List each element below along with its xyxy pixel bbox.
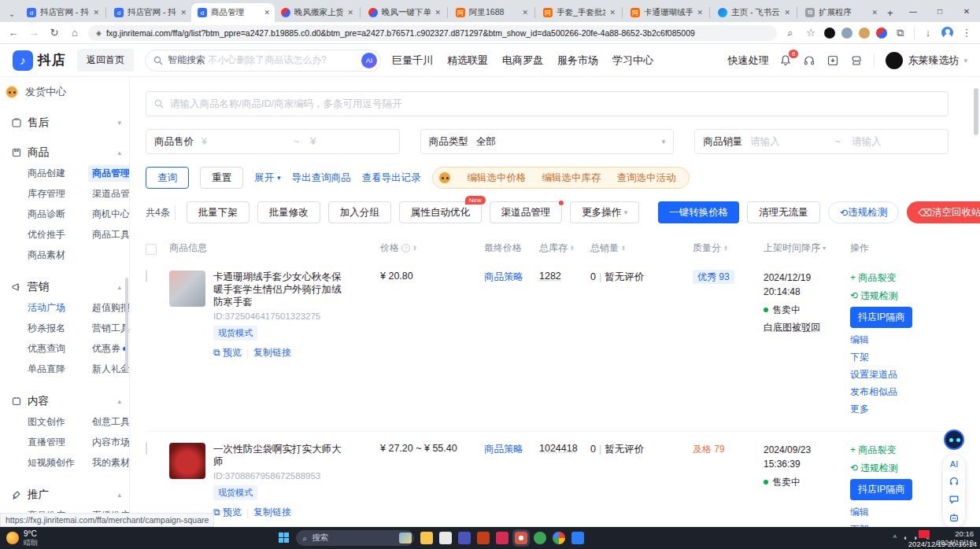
sidebar-item-fahuo[interactable]: 发货中心 <box>11 85 129 99</box>
browser-profile-avatar[interactable] <box>941 27 953 39</box>
sidebar-group-header-shangpin[interactable]: 商品 ▴ <box>11 140 129 165</box>
address-bar[interactable]: ◈ fxg.jinritemai.com/ffa/g/list?btm_ppre… <box>88 25 777 41</box>
chrome-icon[interactable] <box>553 532 565 544</box>
sidebar-group-header-tuiguang[interactable]: 推广 ▴ <box>11 482 129 507</box>
sidebar-item-stock-manage[interactable]: 库存管理 <box>28 187 65 201</box>
ai-search-icon[interactable]: AI <box>361 53 377 68</box>
storefront-icon[interactable] <box>850 54 863 67</box>
nav-xuexi[interactable]: 学习中心 <box>612 53 653 68</box>
select-all-checkbox[interactable] <box>146 244 157 255</box>
product-fission-link[interactable]: + 商品裂变 <box>850 443 933 458</box>
sidebar-item-zhibo-manage[interactable]: 直播管理 <box>28 436 65 449</box>
headset-icon[interactable] <box>803 54 815 67</box>
help-icon[interactable]: ? <box>401 244 410 252</box>
quick-handle-link[interactable]: 快速处理 <box>727 53 768 68</box>
forward-button[interactable]: → <box>27 27 41 39</box>
extensions-puzzle-icon[interactable]: ⧉ <box>893 27 908 39</box>
empty-trash-button[interactable]: ⌫ 清空回收站 <box>907 201 980 223</box>
recycle-bin-icon[interactable] <box>439 532 452 544</box>
back-home-button[interactable]: 返回首页 <box>77 49 134 72</box>
expand-filters-link[interactable]: 展开▾ <box>254 171 281 185</box>
sidebar-item-coupon[interactable]: 优惠券 <box>92 342 127 356</box>
ai-label[interactable]: AI <box>950 459 958 469</box>
browser-tab[interactable]: d抖店官网 - 抖音小✕ <box>108 3 191 22</box>
doudian-ip-button[interactable]: 抖店IP隔商 <box>850 307 912 328</box>
home-button[interactable]: ⌂ <box>68 27 82 39</box>
sidebar-item-goods-manage[interactable]: 商品管理 <box>88 165 130 182</box>
sales-range-filter[interactable]: 商品销量 请输入 ~ 请输入 <box>694 129 949 154</box>
col-price[interactable]: 价格?▲▼ <box>350 241 484 255</box>
sidebar-item-my-material[interactable]: 我的素材 <box>92 456 130 470</box>
start-button[interactable] <box>279 532 290 543</box>
tab-close-icon[interactable]: ✕ <box>264 9 270 17</box>
browser-tab[interactable]: 阿阿里1688✕ <box>449 3 533 22</box>
sidebar-item-newuser-gift[interactable]: 新人礼金 <box>92 363 130 376</box>
sidebar-item-miaosha[interactable]: 秒杀报名 <box>28 322 65 335</box>
stock-value[interactable]: 1024418 <box>539 443 578 454</box>
browser-tab[interactable]: 晚风搬家上货✕ <box>275 3 358 22</box>
sidebar-item-chuangyi[interactable]: 创意工具 <box>92 415 130 429</box>
downloads-icon[interactable]: ↓ <box>921 27 935 39</box>
product-title[interactable]: 一次性防尘袋啊实打实大师大师 <box>213 443 347 468</box>
clean-no-traffic-button[interactable]: 清理无流量 <box>747 201 820 223</box>
extension-icon[interactable] <box>824 28 835 39</box>
file-explorer-icon[interactable] <box>420 532 433 544</box>
sidebar-group-header-yingxiao[interactable]: 营销 ▴ <box>11 274 129 300</box>
sidebar-item-shangji[interactable]: 商机中心 <box>92 208 130 221</box>
sidebar-item-goods-material[interactable]: 商品素材 <box>28 249 65 262</box>
sidebar-scrollbar[interactable] <box>125 278 128 372</box>
notification-bell[interactable]: 6 <box>779 54 792 67</box>
extension-icon[interactable] <box>876 28 887 39</box>
sidebar-item-tuwen[interactable]: 图文创作 <box>28 415 65 429</box>
sidebar-group-header-neirong[interactable]: 内容 ▴ <box>11 389 129 414</box>
row-checkbox[interactable] <box>146 270 147 282</box>
browser-tab-active[interactable]: d商品管理✕ <box>191 3 275 22</box>
browser-tab[interactable]: 主页 - 飞书云文档✕ <box>712 3 795 22</box>
export-goods-link[interactable]: 导出查询商品 <box>292 171 351 185</box>
tab-close-icon[interactable]: ✕ <box>435 9 441 17</box>
sidebar-item-danpin[interactable]: 单品直降 <box>28 363 65 376</box>
whitebg-rejected-note[interactable]: 白底图被驳回 <box>764 320 850 334</box>
nav-juliang[interactable]: 巨量千川 <box>392 53 433 68</box>
add-to-group-button[interactable]: 加入分组 <box>328 201 391 223</box>
nav-jingxuan[interactable]: 精选联盟 <box>447 53 488 68</box>
tab-close-icon[interactable]: ✕ <box>697 9 703 17</box>
sidebar-item-youjia[interactable]: 优价推手 <box>28 228 65 241</box>
preview-link[interactable]: ⧉ 预览 <box>213 506 242 519</box>
app-icon[interactable] <box>571 532 584 544</box>
extension-icon[interactable] <box>841 28 852 39</box>
publish-similar-link[interactable]: 发布相似品 <box>850 385 933 400</box>
sidebar-group-header-shouhou[interactable]: 售后 ▾ <box>11 110 129 135</box>
sidebar-item-chaozhigou[interactable]: 超值购报名 <box>92 301 130 315</box>
query-selected-activity-link[interactable]: 查询选中活动 <box>617 171 676 185</box>
violation-check-link[interactable]: ⟲ 违规检测 <box>850 461 933 476</box>
nav-luopan[interactable]: 电商罗盘 <box>502 53 543 68</box>
convert-price-button[interactable]: 一键转换价格 <box>658 201 739 223</box>
browser-active-icon[interactable] <box>515 532 527 544</box>
reset-button[interactable]: 重置 <box>200 167 243 189</box>
final-price-strategy-link[interactable]: 商品策略 <box>484 443 539 456</box>
browser-tab[interactable]: 晚风一键下单 - 支✕ <box>362 3 446 22</box>
preview-link[interactable]: ⧉ 预览 <box>213 346 242 359</box>
tab-close-icon[interactable]: ✕ <box>93 9 99 17</box>
more-actions-button[interactable]: 更多操作 ▾ <box>570 201 639 223</box>
tab-close-icon[interactable]: ✕ <box>347 9 353 17</box>
tab-close-icon[interactable]: ✕ <box>522 9 528 17</box>
col-quality[interactable]: 质量分▲▼ <box>693 241 764 255</box>
sidebar-item-coupon-query[interactable]: 优惠查询 <box>28 342 65 356</box>
sidebar-item-goods-tools[interactable]: 商品工具 <box>92 228 130 241</box>
window-minimize-button[interactable]: — <box>900 7 926 16</box>
col-sales[interactable]: 总销量▲▼ <box>590 241 693 255</box>
shop-account-menu[interactable]: 东莱臻选坊 ▾ <box>886 52 967 69</box>
reload-button[interactable]: ↻ <box>47 27 61 39</box>
ai-robot-icon[interactable] <box>944 429 964 450</box>
product-title[interactable]: 卡通珊瑚绒手套少女心秋冬保暖手套学生情侣户外骑行加绒防寒手套 <box>213 271 347 308</box>
page-scrollbar[interactable] <box>974 88 978 135</box>
tab-list-chevron-icon[interactable]: ⌄ <box>3 5 20 22</box>
site-info-icon[interactable]: ◈ <box>96 29 102 37</box>
more-link[interactable]: 更多 <box>850 402 933 417</box>
sidebar-item-goods-diagnose[interactable]: 商品诊断 <box>28 208 65 221</box>
sidebar-item-shortvideo[interactable]: 短视频创作 <box>28 456 75 470</box>
edit-selected-price-link[interactable]: 编辑选中价格 <box>468 171 527 185</box>
offshelf-link[interactable]: 下架 <box>850 350 933 365</box>
